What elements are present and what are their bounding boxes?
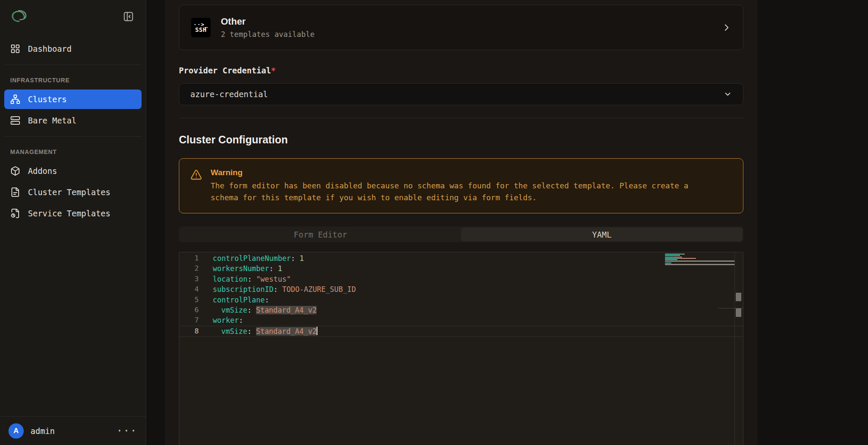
sidebar-user-row[interactable]: A admin ··· [0, 416, 146, 445]
template-card-title: Other [221, 16, 314, 27]
provider-credential-label: Provider Credential* [179, 66, 743, 75]
sidebar-nav-management: Addons Cluster Templates [0, 161, 146, 223]
sidebar-item-label: Service Templates [28, 209, 110, 218]
overview-ruler-mark [736, 293, 741, 301]
code-line[interactable]: 7worker: [179, 315, 743, 325]
sidebar-item-addons[interactable]: Addons [4, 161, 142, 181]
editor-minimap[interactable] [665, 254, 734, 266]
sidebar-item-cluster-templates[interactable]: Cluster Templates [4, 182, 142, 202]
sidebar-item-label: Addons [28, 166, 57, 176]
file-text-icon [10, 187, 20, 197]
editor-mode-tabs: Form Editor YAML [179, 227, 743, 242]
overview-ruler-mark [736, 308, 741, 317]
sidebar-item-dashboard[interactable]: Dashboard [4, 39, 142, 59]
warning-title: Warning [211, 168, 688, 177]
select-value: azure-credential [190, 90, 268, 99]
galaxy-logo-icon [8, 7, 29, 26]
code-line[interactable]: 5controlPlane: [179, 295, 743, 305]
chevron-down-icon [723, 90, 732, 98]
main-panel: ··>_ SSH Other 2 templates available Pro… [165, 0, 757, 445]
dashboard-icon [10, 44, 20, 54]
code-line[interactable]: 4subscriptionID: TODO-AZURE_SUB_ID [179, 284, 743, 294]
sidebar-item-label: Bare Metal [28, 116, 76, 125]
user-menu-ellipsis-icon[interactable]: ··· [117, 429, 137, 433]
chevron-right-icon[interactable] [722, 23, 731, 32]
code-line[interactable]: 1controlPlaneNumber: 1 [179, 253, 743, 263]
warning-alert: Warning The form editor has been disable… [179, 158, 743, 213]
sidebar-nav: Dashboard [0, 39, 146, 59]
sidebar-item-service-templates[interactable]: Service Templates [4, 204, 142, 223]
app: Dashboard INFRASTRUCTURE Clusters [0, 0, 868, 445]
clusters-icon [10, 94, 20, 104]
template-card-subtitle: 2 templates available [221, 30, 314, 39]
warning-triangle-icon [190, 169, 202, 181]
template-card-other[interactable]: ··>_ SSH Other 2 templates available [179, 5, 743, 50]
sidebar-nav-infrastructure: Clusters Bare Metal [0, 90, 146, 130]
server-icon [10, 115, 20, 126]
code-line[interactable]: 2workersNumber: 1 [179, 263, 743, 274]
sidebar-divider [4, 64, 142, 65]
cluster-configuration-heading: Cluster Configuration [179, 134, 743, 146]
sidebar-item-label: Clusters [28, 95, 67, 104]
sidebar-header [0, 0, 146, 39]
sidebar-item-clusters[interactable]: Clusters [4, 90, 142, 109]
overview-ruler-line [718, 308, 743, 308]
tab-form-editor[interactable]: Form Editor [180, 227, 461, 241]
required-asterisk: * [271, 66, 275, 75]
sidebar-item-bare-metal[interactable]: Bare Metal [4, 111, 142, 130]
sidebar-item-label: Cluster Templates [28, 188, 110, 197]
yaml-code-editor[interactable]: 1controlPlaneNumber: 12workersNumber: 13… [179, 252, 743, 445]
text-cursor [317, 327, 317, 335]
avatar: A [8, 423, 24, 439]
sidebar-section-infrastructure: INFRASTRUCTURE [0, 71, 146, 90]
package-icon [10, 166, 20, 176]
code-line[interactable]: 3location: "westus" [179, 274, 743, 284]
collapse-sidebar-icon[interactable] [123, 11, 134, 22]
tab-yaml[interactable]: YAML [461, 227, 743, 241]
sidebar-divider [4, 136, 142, 137]
section-divider [179, 118, 743, 118]
provider-credential-select[interactable]: azure-credential [179, 83, 743, 105]
sidebar-section-management: MANAGEMENT [0, 143, 146, 161]
sidebar: Dashboard INFRASTRUCTURE Clusters [0, 0, 146, 445]
warning-message: The form editor has been disabled becaus… [211, 180, 688, 204]
ssh-terminal-icon: ··>_ SSH [191, 18, 211, 37]
minimap-separator [734, 252, 735, 445]
editor-lines: 1controlPlaneNumber: 12workersNumber: 13… [179, 252, 743, 337]
user-name: admin [31, 426, 55, 436]
sidebar-item-label: Dashboard [28, 44, 72, 53]
file-box-icon [10, 208, 20, 218]
code-line[interactable]: 6vmSize: Standard_A4_v2 [179, 305, 743, 315]
code-line[interactable]: 8vmSize: Standard_A4_v2 [179, 326, 743, 337]
